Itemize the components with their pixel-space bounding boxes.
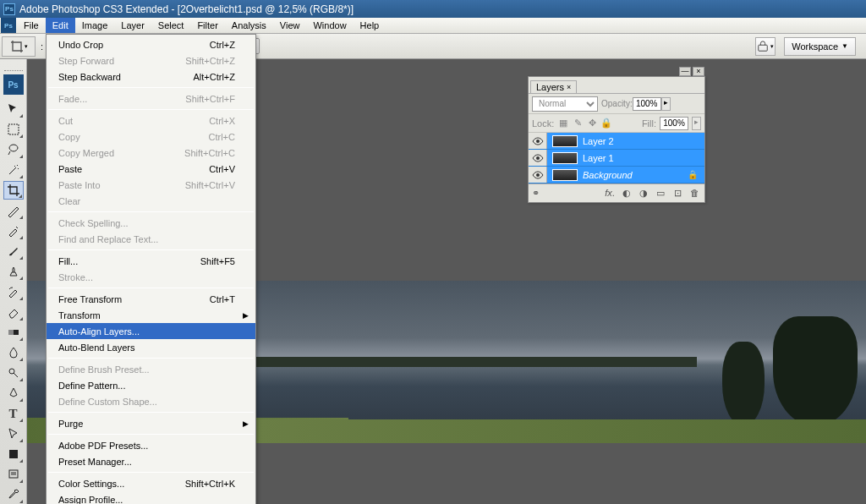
ps-menu-icon[interactable]: Ps bbox=[1, 18, 16, 33]
menu-item-label: Fill... bbox=[58, 256, 200, 266]
layer-thumbnail[interactable] bbox=[552, 152, 578, 164]
menu-item-check-spelling: Check Spelling... bbox=[47, 215, 255, 231]
visibility-eye-icon[interactable] bbox=[529, 150, 547, 166]
workspace-label: Workspace bbox=[792, 41, 838, 52]
type-tool[interactable]: T bbox=[3, 404, 24, 423]
lock-transparent-icon[interactable]: ▦ bbox=[557, 118, 569, 129]
layer-row[interactable]: Layer 1 bbox=[529, 150, 704, 167]
panel-close-button[interactable]: × bbox=[693, 67, 704, 76]
opacity-slider-button[interactable]: ▸ bbox=[661, 97, 671, 111]
new-layer-icon[interactable]: ⊡ bbox=[671, 188, 684, 199]
menu-item-purge[interactable]: Purge▶ bbox=[47, 415, 255, 431]
menu-layer[interactable]: Layer bbox=[114, 18, 151, 33]
menu-item-fill[interactable]: Fill...Shift+F5 bbox=[47, 253, 255, 269]
svg-point-9 bbox=[536, 156, 540, 160]
menu-item-transform[interactable]: Transform▶ bbox=[47, 307, 255, 323]
menu-item-label: Cut bbox=[58, 116, 209, 126]
menu-item-label: Paste bbox=[58, 164, 209, 174]
panel-minimize-button[interactable]: — bbox=[679, 67, 691, 76]
gradient-tool[interactable] bbox=[3, 323, 24, 342]
menu-item-color-settings[interactable]: Color Settings...Shift+Ctrl+K bbox=[47, 475, 255, 491]
menu-window[interactable]: Window bbox=[306, 18, 353, 33]
tab-close-icon[interactable]: × bbox=[567, 83, 571, 91]
menu-item-label: Step Backward bbox=[58, 72, 193, 82]
layer-name[interactable]: Background bbox=[583, 170, 633, 180]
magic-wand-tool[interactable] bbox=[3, 161, 24, 179]
healing-brush-tool[interactable] bbox=[3, 222, 24, 240]
link-layers-icon[interactable]: ⚭ bbox=[532, 188, 540, 199]
dodge-tool[interactable] bbox=[3, 364, 24, 382]
fill-input[interactable] bbox=[660, 117, 688, 130]
menu-item-label: Fade... bbox=[58, 94, 185, 104]
menu-separator bbox=[48, 288, 254, 288]
menu-item-shortcut: Ctrl+X bbox=[209, 116, 235, 126]
tools-palette: Ps T bbox=[0, 59, 27, 504]
eyedropper-tool[interactable] bbox=[3, 485, 24, 504]
menu-view[interactable]: View bbox=[273, 18, 307, 33]
new-group-icon[interactable]: ▭ bbox=[654, 188, 667, 199]
menu-item-adobe-pdf-presets[interactable]: Adobe PDF Presets... bbox=[47, 437, 255, 453]
layer-row[interactable]: Background🔒 bbox=[529, 167, 704, 184]
clone-stamp-tool[interactable] bbox=[3, 262, 24, 281]
menu-separator bbox=[48, 358, 254, 359]
menu-item-free-transform[interactable]: Free TransformCtrl+T bbox=[47, 291, 255, 307]
menu-item-shortcut: Shift+Ctrl+K bbox=[185, 479, 235, 489]
layer-row[interactable]: Layer 2 bbox=[529, 133, 704, 150]
marquee-tool[interactable] bbox=[3, 120, 24, 139]
menu-analysis[interactable]: Analysis bbox=[225, 18, 273, 33]
layer-style-icon[interactable]: fx. bbox=[603, 188, 617, 199]
delete-layer-icon[interactable]: 🗑 bbox=[688, 188, 701, 199]
menu-item-paste[interactable]: PasteCtrl+V bbox=[47, 161, 255, 177]
menu-item-label: Find and Replace Text... bbox=[58, 234, 235, 244]
lock-image-icon[interactable]: ✎ bbox=[572, 118, 584, 129]
blur-tool[interactable] bbox=[3, 343, 24, 362]
visibility-eye-icon[interactable] bbox=[529, 133, 547, 149]
palette-grip[interactable] bbox=[4, 63, 23, 71]
menu-item-label: Free Transform bbox=[58, 294, 210, 304]
slice-tool[interactable] bbox=[3, 201, 24, 220]
move-tool[interactable] bbox=[3, 100, 24, 118]
menu-filter[interactable]: Filter bbox=[190, 18, 224, 33]
layer-thumbnail[interactable] bbox=[552, 169, 578, 181]
fill-slider-button[interactable]: ▸ bbox=[692, 117, 701, 130]
menu-item-define-pattern[interactable]: Define Pattern... bbox=[47, 377, 255, 393]
menu-item-step-backward[interactable]: Step BackwardAlt+Ctrl+Z bbox=[47, 68, 255, 85]
menu-item-find-and-replace-text: Find and Replace Text... bbox=[47, 231, 255, 247]
visibility-eye-icon[interactable] bbox=[529, 167, 547, 183]
shape-tool[interactable] bbox=[3, 445, 24, 463]
tool-preset[interactable]: ▾ bbox=[2, 36, 36, 57]
layer-name[interactable]: Layer 1 bbox=[583, 153, 614, 163]
menu-item-assign-profile[interactable]: Assign Profile... bbox=[47, 491, 255, 504]
menu-edit[interactable]: Edit bbox=[46, 18, 75, 33]
workspace-menu[interactable]: Workspace ▼ bbox=[784, 37, 856, 56]
menu-item-label: Undo Crop bbox=[58, 40, 210, 50]
menu-item-label: Purge bbox=[58, 419, 235, 429]
lasso-tool[interactable] bbox=[3, 140, 24, 159]
blend-mode-select[interactable]: Normal bbox=[532, 96, 598, 112]
submenu-arrow-icon: ▶ bbox=[243, 311, 249, 320]
menu-select[interactable]: Select bbox=[151, 18, 191, 33]
adjustment-layer-icon[interactable]: ◑ bbox=[637, 188, 650, 199]
crop-tool[interactable] bbox=[3, 181, 24, 200]
eraser-tool[interactable] bbox=[3, 303, 24, 321]
menu-image[interactable]: Image bbox=[75, 18, 115, 33]
menu-item-auto-blend-layers[interactable]: Auto-Blend Layers bbox=[47, 339, 255, 355]
layer-mask-icon[interactable]: ◐ bbox=[620, 188, 633, 199]
menu-item-auto-align-layers[interactable]: Auto-Align Layers... bbox=[47, 323, 255, 339]
history-brush-tool[interactable] bbox=[3, 282, 24, 301]
opacity-input[interactable] bbox=[633, 97, 661, 111]
lock-position-icon[interactable]: ✥ bbox=[586, 118, 598, 129]
path-select-tool[interactable] bbox=[3, 425, 24, 443]
layers-tab[interactable]: Layers × bbox=[530, 80, 577, 93]
go-to-bridge-button[interactable]: ▾ bbox=[755, 37, 776, 56]
menu-help[interactable]: Help bbox=[354, 18, 386, 33]
menu-file[interactable]: File bbox=[17, 18, 46, 33]
menu-item-preset-manager[interactable]: Preset Manager... bbox=[47, 453, 255, 469]
menu-item-undo-crop[interactable]: Undo CropCtrl+Z bbox=[47, 36, 255, 52]
layer-name[interactable]: Layer 2 bbox=[583, 136, 614, 146]
notes-tool[interactable] bbox=[3, 465, 24, 484]
layer-thumbnail[interactable] bbox=[552, 135, 578, 147]
pen-tool[interactable] bbox=[3, 384, 24, 403]
lock-all-icon[interactable]: 🔒 bbox=[600, 118, 612, 129]
brush-tool[interactable] bbox=[3, 242, 24, 260]
